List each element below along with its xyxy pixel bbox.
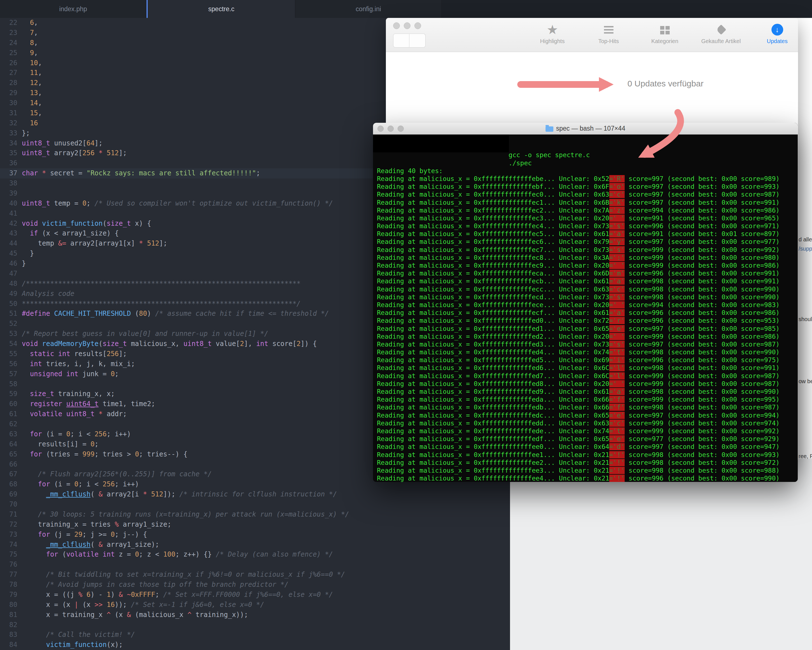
terminal-reading-line: Reading at malicious_x = 0xfffffffffffff… [377, 380, 798, 388]
terminal-reading-line: Reading at malicious_x = 0xfffffffffffff… [377, 230, 798, 238]
code-token: , [34, 49, 38, 57]
code-line: _mm_clflush( & array2[i * 512]); /* intr… [22, 489, 510, 500]
back-button[interactable] [393, 34, 409, 47]
close-button[interactable] [377, 125, 384, 132]
code-token: ; z++) {} [176, 551, 216, 558]
code-token: for [46, 551, 58, 558]
code-token: * [42, 169, 46, 177]
minimize-button[interactable] [388, 125, 394, 132]
zoom-button[interactable] [414, 22, 421, 29]
leaked-character-highlight: ='l' [609, 372, 625, 379]
code-token: training_x)); [192, 611, 248, 619]
code-token: >> [95, 601, 102, 609]
editor-tab-config.ini[interactable]: config.ini [295, 0, 442, 18]
close-button[interactable] [393, 22, 400, 29]
code-token: score[ [268, 340, 296, 348]
leaked-character-highlight: ='c' [609, 191, 625, 198]
terminal-reading-line: Reading at malicious_x = 0xfffffffffffff… [377, 238, 798, 246]
code-token: 64 [86, 139, 95, 147]
code-token: 0 [135, 450, 139, 458]
navigation-buttons [393, 34, 426, 47]
leaked-character-highlight: ='a' [609, 277, 625, 285]
code-token: z = [114, 551, 135, 558]
terminal-reading-line: Reading at malicious_x = 0xfffffffffffff… [377, 246, 798, 254]
code-token: ****************************************… [22, 300, 301, 307]
code-token [123, 591, 127, 598]
code-token: ( [91, 490, 99, 498]
line-number-gutter: 2223242526272829303132333435363738394041… [0, 18, 22, 650]
code-token [38, 220, 42, 227]
zoom-button[interactable] [398, 125, 404, 132]
editor-tab-spectre.c[interactable]: spectre.c [147, 0, 295, 18]
code-token: (malicious_x [131, 611, 187, 619]
line-number: 22 [0, 18, 22, 28]
code-token [22, 410, 30, 418]
toolbar-item-list[interactable]: Top-Hits [580, 21, 636, 44]
editor-tab-index.php[interactable]: index.php [0, 0, 147, 18]
leaked-character-highlight: ='l' [609, 364, 625, 372]
code-token: /* Bit twiddling to set x=training_x if … [46, 570, 345, 578]
code-token: /***************************************… [22, 280, 301, 288]
terminal-content[interactable]: gcc -o spec spectre.c ./specReading 40 b… [373, 135, 798, 482]
line-number: 55 [0, 349, 22, 359]
toolbar-item-download[interactable]: Updates [749, 21, 798, 44]
code-token: int [256, 340, 268, 348]
code-token: void [22, 340, 38, 348]
code-token: ]; [119, 350, 127, 358]
leaked-character-highlight: ='e' [609, 412, 625, 419]
leaked-character-highlight: ='z' [609, 207, 625, 214]
code-token: /* assume cache hit if time <= threshold… [155, 310, 329, 317]
app-store-toolbar-items: HighlightsTop-HitsKategorienGekaufte Art… [524, 21, 798, 44]
leaked-character-highlight: ='m' [609, 270, 625, 277]
code-token: #define [22, 310, 50, 317]
code-token: 0 [91, 440, 95, 448]
code-token: 0 [111, 370, 114, 378]
code-token: * [139, 239, 143, 247]
terminal-reading-line: Reading at malicious_x = 0xfffffffffffff… [377, 269, 798, 277]
code-token [22, 490, 46, 498]
code-token: 11 [30, 69, 38, 76]
forward-button[interactable] [409, 34, 426, 47]
code-token: x) { [131, 220, 151, 227]
line-number: 59 [0, 389, 22, 399]
code-token: * [143, 490, 147, 498]
code-token: ]; [95, 139, 102, 147]
line-number: 36 [0, 158, 22, 168]
code-token: (i = [42, 430, 66, 438]
code-token: (x < array1_size) { [38, 229, 119, 237]
terminal-reading-line: Reading at malicious_x = 0xfffffffffffff… [377, 206, 798, 214]
minimize-button[interactable] [404, 22, 411, 29]
code-line: x = ((j % 6) - 1) & ~0xFFFF; /* Set x=FF… [22, 590, 510, 600]
code-token [50, 310, 54, 317]
code-token: (i = [50, 480, 74, 488]
code-token: , [38, 109, 42, 117]
line-number: 32 [0, 118, 22, 128]
toolbar-item-grid[interactable]: Kategorien [636, 21, 693, 44]
code-token: ; [114, 370, 119, 378]
toolbar-item-star[interactable]: Highlights [524, 21, 580, 44]
terminal-reading-line: Reading at malicious_x = 0xfffffffffffff… [377, 459, 798, 466]
line-number: 26 [0, 58, 22, 68]
leaked-character-highlight: =' ' [609, 214, 625, 222]
terminal-title-bar[interactable]: spec — bash — 107×44 [373, 123, 798, 135]
line-number: 53 [0, 329, 22, 339]
code-token [22, 480, 38, 488]
code-token: /* intrinsic for clflush instruction */ [180, 490, 337, 498]
leaked-character-highlight: ='y' [609, 238, 625, 245]
code-token: } [22, 260, 26, 268]
code-token [22, 119, 30, 127]
code-token: ^ [107, 611, 110, 619]
code-token: 2 [297, 340, 301, 348]
code-token: array1_size; [119, 520, 171, 528]
code-token: ]) { [301, 340, 317, 348]
code-token: tries, i, j, k, mix_i; [42, 360, 135, 368]
toolbar-item-tag[interactable]: Gekaufte Artikel [693, 21, 749, 44]
code-token: victim_function [46, 641, 107, 648]
code-token [22, 99, 30, 107]
code-token: 29 [74, 531, 82, 538]
code-token: ; tries > [95, 450, 135, 458]
terminal-reading-line: Reading at malicious_x = 0xfffffffffffff… [377, 199, 798, 206]
leaked-character-highlight: =' ' [609, 380, 625, 387]
terminal-window-controls [377, 125, 404, 132]
code-token: 7 [30, 29, 34, 37]
